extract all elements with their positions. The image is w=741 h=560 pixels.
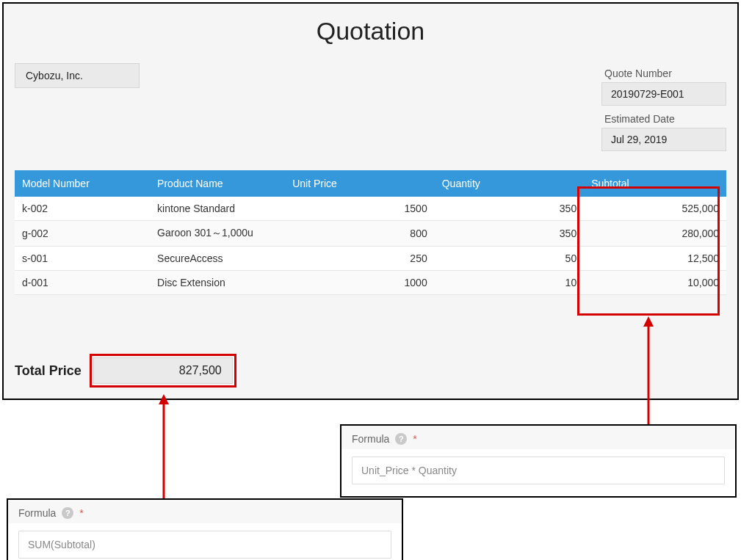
formula-panel-total: Formula ? * SUM(Subtotal): [7, 498, 403, 560]
help-icon[interactable]: ?: [395, 433, 407, 445]
col-quantity: Quantity: [435, 170, 584, 197]
meta-block: Quote Number 20190729-E001 Estimated Dat…: [601, 63, 726, 159]
estimated-date-value: Jul 29, 2019: [601, 128, 726, 151]
page-title: Quotation: [15, 17, 726, 46]
formula-label: Formula: [18, 507, 56, 519]
required-asterisk: *: [413, 433, 416, 445]
help-icon[interactable]: ?: [62, 507, 73, 519]
table-row: g-002 Garoon 301～1,000u 800 350 280,000: [15, 221, 726, 247]
arrow-total: [156, 394, 171, 501]
formula-input-subtotal[interactable]: Unit_Price * Quantity: [352, 457, 725, 484]
required-asterisk: *: [79, 507, 83, 519]
company-box: Cybozu, Inc.: [15, 63, 140, 88]
col-subtotal: Subtotal: [584, 170, 726, 197]
estimated-date-label: Estimated Date: [604, 113, 726, 125]
col-unit-price: Unit Price: [285, 170, 434, 197]
table-row: d-001 Disc Extension 1000 10 10,000: [15, 271, 726, 295]
formula-label: Formula: [352, 433, 389, 445]
quote-number-value: 20190729-E001: [601, 82, 726, 106]
col-model: Model Number: [15, 170, 150, 197]
formula-input-total[interactable]: SUM(Subtotal): [18, 531, 391, 559]
quote-table: Model Number Product Name Unit Price Qua…: [15, 170, 726, 295]
formula-panel-subtotal: Formula ? * Unit_Price * Quantity: [340, 424, 737, 498]
total-price-value: 827,500: [93, 357, 233, 384]
quotation-panel: Quotation Cybozu, Inc. Quote Number 2019…: [2, 2, 739, 400]
total-price-label: Total Price: [15, 363, 82, 379]
quote-number-label: Quote Number: [604, 68, 726, 79]
col-product: Product Name: [150, 170, 285, 197]
table-row: s-001 SecureAccess 250 50 12,500: [15, 247, 726, 271]
table-row: k-002 kintone Standard 1500 350 525,000: [15, 197, 726, 221]
